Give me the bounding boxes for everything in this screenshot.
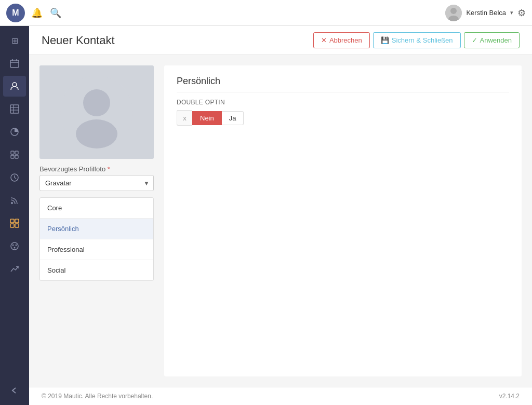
- footer: © 2019 Mautic. Alle Rechte vorbehalten. …: [29, 387, 532, 405]
- tab-personal[interactable]: Persönlich: [40, 219, 153, 239]
- photo-label-group: Bevorzugtes Profilfoto * Gravatar Upload…: [39, 165, 154, 191]
- gear-icon[interactable]: ⚙: [517, 7, 526, 19]
- sidebar-item-palette[interactable]: [3, 236, 26, 256]
- left-panel: Bevorzugtes Profilfoto * Gravatar Upload…: [39, 65, 154, 376]
- footer-version: v2.14.2: [499, 393, 520, 400]
- page-header: Neuer Kontakt ✕ Abbrechen 💾 Sichern & Sc…: [29, 26, 532, 55]
- main-layout: ⊞: [0, 26, 532, 405]
- svg-rect-3: [10, 60, 19, 68]
- page-body: Bevorzugtes Profilfoto * Gravatar Upload…: [29, 55, 532, 387]
- svg-point-25: [11, 242, 18, 250]
- save-button[interactable]: 💾 Sichern & Schließen: [373, 32, 461, 48]
- toggle-ja-button[interactable]: Ja: [222, 111, 244, 125]
- svg-rect-23: [10, 224, 14, 227]
- sidebar: ⊞: [0, 26, 29, 405]
- svg-rect-14: [15, 151, 18, 154]
- sidebar-item-collapse[interactable]: [3, 380, 26, 401]
- search-icon[interactable]: 🔍: [50, 7, 61, 19]
- user-name[interactable]: Kerstin Belca: [466, 9, 506, 17]
- section-title: Persönlich: [177, 76, 509, 92]
- content-area: Neuer Kontakt ✕ Abbrechen 💾 Sichern & Sc…: [29, 26, 532, 405]
- svg-point-30: [83, 89, 110, 116]
- svg-line-19: [15, 178, 16, 179]
- cancel-button[interactable]: ✕ Abbrechen: [313, 32, 370, 48]
- tab-professional[interactable]: Professional: [40, 239, 153, 260]
- svg-rect-8: [10, 105, 19, 113]
- photo-label: Bevorzugtes Profilfoto *: [39, 165, 154, 173]
- bell-icon[interactable]: 🔔: [31, 7, 43, 19]
- svg-point-20: [11, 202, 13, 204]
- toggle-group: x Nein Ja: [177, 110, 509, 126]
- double-optin-label: Double OptIn: [177, 99, 509, 106]
- user-dropdown-icon[interactable]: ▾: [510, 9, 513, 16]
- svg-point-31: [76, 119, 117, 148]
- avatar-placeholder: [60, 76, 133, 148]
- sidebar-item-charts[interactable]: [3, 122, 26, 142]
- svg-point-27: [16, 245, 17, 246]
- required-star: *: [108, 165, 110, 173]
- footer-copyright: © 2019 Mautic. Alle Rechte vorbehalten.: [42, 393, 153, 400]
- svg-rect-13: [11, 151, 14, 154]
- apply-button[interactable]: ✓ Anwenden: [464, 32, 520, 48]
- tab-core[interactable]: Core: [40, 198, 153, 219]
- svg-rect-16: [15, 155, 18, 158]
- svg-point-26: [12, 245, 14, 246]
- sidebar-item-calendar[interactable]: [3, 53, 26, 74]
- avatar: [445, 5, 462, 21]
- topbar-icons: 🔔 🔍: [31, 7, 445, 19]
- profile-photo-box: [39, 65, 154, 159]
- logo[interactable]: M: [6, 4, 25, 22]
- sidebar-item-dashboard[interactable]: ⊞: [3, 30, 26, 51]
- sidebar-item-table[interactable]: [3, 99, 26, 119]
- sidebar-item-components[interactable]: [3, 144, 26, 165]
- topbar-right: Kerstin Belca ▾ ⚙: [445, 5, 526, 21]
- save-icon: 💾: [381, 36, 389, 44]
- sidebar-item-contacts[interactable]: [3, 76, 26, 97]
- toggle-clear-button[interactable]: x: [177, 110, 192, 126]
- svg-rect-21: [10, 219, 14, 223]
- tab-social[interactable]: Social: [40, 260, 153, 280]
- photo-select[interactable]: Gravatar Upload: [39, 175, 154, 191]
- nav-tabs: Core Persönlich Professional Social: [39, 197, 154, 281]
- sidebar-item-clock[interactable]: [3, 167, 26, 188]
- header-actions: ✕ Abbrechen 💾 Sichern & Schließen ✓ Anwe…: [313, 32, 520, 48]
- cancel-x-icon: ✕: [321, 36, 327, 44]
- svg-rect-22: [15, 219, 19, 223]
- sidebar-item-trending[interactable]: [3, 259, 26, 279]
- svg-rect-15: [11, 155, 14, 158]
- apply-check-icon: ✓: [472, 36, 477, 44]
- svg-point-28: [14, 247, 16, 249]
- right-panel: Persönlich Double OptIn x Nein Ja: [164, 65, 522, 376]
- svg-point-7: [12, 83, 17, 87]
- sidebar-item-feed[interactable]: [3, 190, 26, 211]
- toggle-nein-button[interactable]: Nein: [192, 111, 222, 125]
- topbar: M 🔔 🔍 Kerstin Belca ▾ ⚙: [0, 0, 532, 26]
- sidebar-item-grid[interactable]: [3, 213, 26, 234]
- svg-point-1: [450, 8, 457, 14]
- page-title: Neuer Kontakt: [42, 34, 115, 47]
- photo-select-wrapper: Gravatar Upload ▼: [39, 175, 154, 191]
- svg-rect-24: [15, 224, 19, 227]
